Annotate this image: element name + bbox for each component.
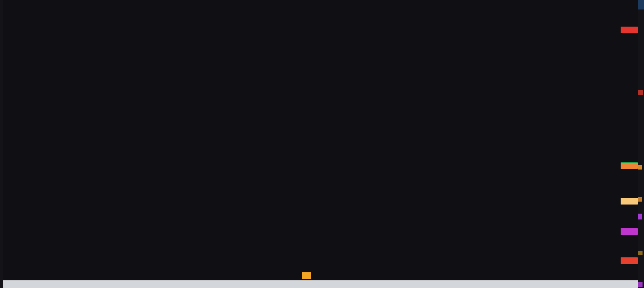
background-window-left-edge [0,0,3,288]
last-price-box [621,27,638,33]
sliver-fragment [638,251,643,255]
background-window-sliver [638,0,644,288]
impvol-panel-header [6,195,9,201]
screenshot-canvas: { "header": { "date": "09/22/2025", "sym… [0,0,644,288]
sliver-fragment [638,282,643,287]
chart-canvas[interactable] [0,0,644,288]
sliver-fragment [638,214,642,219]
sliver-fragment [638,165,642,170]
footer-status-bar [3,280,638,288]
stochastic-value-box [621,162,638,169]
sliver-fragment [638,0,644,9]
volume-value-box [621,257,638,264]
stochastic-panel-header [6,149,12,155]
open-interest-value-box [621,228,638,235]
highlighted-date-range[interactable] [302,272,311,279]
sliver-fragment [638,90,643,95]
impvol-value-box [621,198,638,205]
volume-panel-header [6,227,12,233]
chart-header [6,4,19,9]
sliver-fragment [638,197,642,202]
